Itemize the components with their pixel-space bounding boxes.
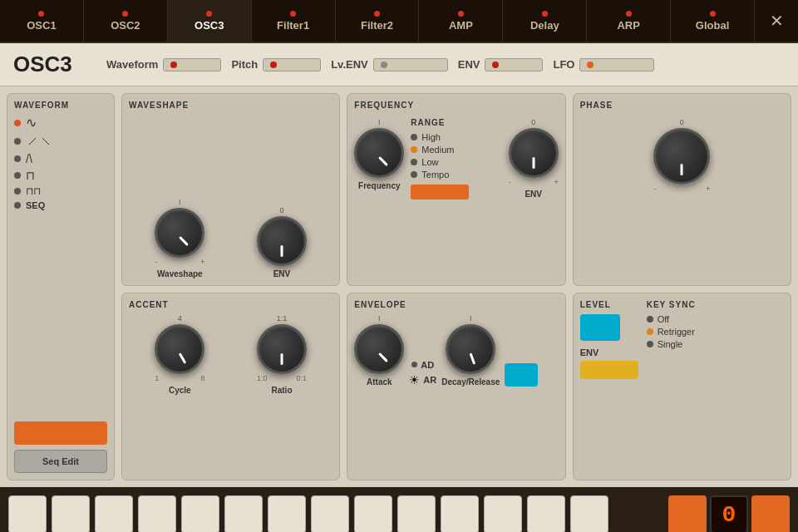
tab-dot-osc2 [122,11,128,17]
wave-item-sine[interactable]: ∿ [14,115,107,131]
step-btn-10[interactable] [397,495,436,532]
tab-osc2[interactable]: OSC2 [84,0,168,42]
frequency-knob1[interactable] [354,128,404,178]
range-dot-medium [411,146,417,153]
ar-item[interactable]: ☀ AR [409,373,436,387]
step-btn-6[interactable] [224,495,263,532]
wave-item-pulse[interactable]: ⊓⊓ [14,185,107,197]
wave-item-sawtooth[interactable]: ⟋⟍ [14,134,107,149]
range-item-tempo[interactable]: Tempo [411,170,501,180]
waveshape-knob1-range: -+ [155,258,204,266]
envelope-title: ENVELOPE [354,300,558,309]
tab-amp[interactable]: AMP [419,0,503,42]
level-yellow-button[interactable] [580,361,638,379]
waveform-display[interactable] [163,58,221,71]
tab-delay[interactable]: Delay [503,0,587,42]
step-btn-12[interactable] [484,495,522,532]
orange-waveform-button[interactable] [14,421,107,445]
waveshape-title: WAVESHAPE [129,101,332,110]
env-display[interactable] [485,58,543,71]
keysync-single[interactable]: Single [647,339,696,349]
decay-knob[interactable] [446,324,495,374]
step-btn-1[interactable] [8,495,47,532]
range-item-high[interactable]: High [411,132,501,142]
step-btn-13[interactable] [527,495,565,532]
attack-knob[interactable] [354,324,404,374]
ad-item[interactable]: AD [411,360,434,370]
step-btn-7[interactable] [268,495,306,532]
ks-dot-retrigger [647,328,653,335]
range-item-medium[interactable]: Medium [411,145,501,155]
seq-edit-button[interactable]: Seq Edit [14,450,107,473]
keysync-retrigger[interactable]: Retrigger [647,327,696,337]
keysync-off[interactable]: Off [647,314,696,324]
env-control: ENV [458,58,544,71]
tab-bar: OSC1 OSC2 OSC3 Filter1 Filter2 AMP Delay… [0,0,798,43]
level-cyan-button[interactable] [580,314,620,341]
lfo-display[interactable] [579,58,654,71]
frequency-header: FREQUENCY [354,101,558,115]
accent-cycle-knob[interactable] [155,324,204,374]
phase-knob-range: -+ [653,185,710,193]
waveshape-knob1[interactable] [155,208,204,258]
waveform-control: Waveform [106,58,221,71]
pitch-display[interactable] [263,58,321,71]
tab-dot-filter1 [290,11,296,17]
tab-label-osc3: OSC3 [195,19,224,32]
waveshape-knob1-label: Waveshape [157,269,203,278]
frequency-orange-bar[interactable] [411,185,469,200]
frequency-title: FREQUENCY [354,101,414,110]
pitch-dot [270,62,277,68]
waveform-dot [170,62,177,68]
tab-arp[interactable]: ARP [587,0,671,42]
frequency-env-knob[interactable] [509,128,559,178]
tab-osc1[interactable]: OSC1 [0,0,84,42]
tab-filter1[interactable]: Filter1 [252,0,336,42]
envelope-cyan-button[interactable] [505,363,538,387]
lvenv-dot [381,62,387,68]
waveshape-env-knob[interactable] [257,216,307,266]
bottom-orange-button-2[interactable] [751,495,790,532]
close-button[interactable]: ✕ [755,0,798,42]
step-btn-4[interactable] [138,495,176,532]
ar-label: AR [423,375,436,385]
wave-list: ∿ ⟋⟍ /\ ⊓ ⊓⊓ SEQ [14,115,107,416]
range-label-high: High [421,132,441,142]
step-btn-9[interactable] [354,495,392,532]
keysync-title: KEY SYNC [647,300,696,309]
wave-item-square[interactable]: ⊓ [14,169,107,182]
accent-cycle-range: 18 [155,374,204,382]
step-btn-14[interactable] [570,495,608,532]
step-btn-3[interactable] [95,495,133,532]
tab-label-filter2: Filter2 [361,19,393,32]
lvenv-display[interactable] [373,58,448,71]
tab-dot-amp [458,11,464,17]
step-btn-8[interactable] [311,495,349,532]
step-btn-5[interactable] [181,495,219,532]
step-btn-2[interactable] [52,495,90,532]
accent-knob-row: 4 18 Cycle 1:1 1:00:1 Ratio [129,314,332,395]
tab-label-osc2: OSC2 [111,19,140,32]
accent-ratio-knob[interactable] [257,324,307,374]
phase-knob[interactable] [653,128,710,185]
frequency-knob1-label: Frequency [358,181,401,190]
pitch-control: Pitch [231,58,321,71]
accent-ratio-range: 1:00:1 [257,374,307,382]
tab-global[interactable]: Global [671,0,755,42]
wave-item-seq[interactable]: SEQ [14,200,107,210]
step-btn-11[interactable] [441,495,479,532]
range-label-low: Low [421,157,438,167]
range-item-low[interactable]: Low [411,157,501,167]
header-row: OSC3 Waveform Pitch Lv.ENV ENV LFO [0,43,798,86]
lvenv-control: Lv.ENV [331,58,448,71]
ad-dot [411,362,417,367]
wave-icon-triangle: /\ [26,152,32,165]
bottom-orange-button[interactable] [668,495,707,532]
tab-osc3[interactable]: OSC3 [168,0,252,42]
tab-filter2[interactable]: Filter2 [336,0,420,42]
frequency-env-range: -+ [509,178,559,186]
wave-item-triangle[interactable]: /\ [14,152,107,165]
phase-section: PHASE 0 -+ [573,93,791,286]
ks-label-off: Off [658,314,669,324]
tab-label-osc1: OSC1 [27,19,56,32]
